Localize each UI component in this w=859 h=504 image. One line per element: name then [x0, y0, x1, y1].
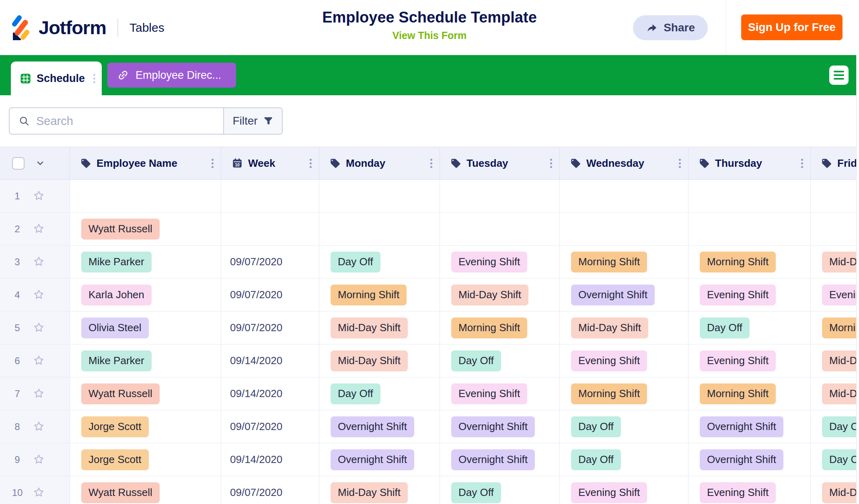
column-header-tuesday[interactable]: Tuesday	[440, 147, 559, 179]
shift-pill[interactable]: Day Off	[451, 350, 501, 371]
employee-pill[interactable]: Wyatt Russell	[81, 383, 160, 404]
table-cell-monday[interactable]: Mid-Day Shift	[319, 344, 440, 377]
table-cell-employee-name[interactable]: Wyatt Russell	[70, 377, 221, 410]
shift-pill[interactable]: Overnight Shift	[571, 285, 655, 305]
table-cell-employee-name[interactable]: Mike Parker	[70, 344, 221, 377]
table-cell-employee-name[interactable]: Wyatt Russell	[70, 476, 221, 504]
shift-pill[interactable]: Overnight Shift	[451, 416, 535, 437]
table-cell-friday[interactable]: Mid-Day Shift	[810, 344, 856, 377]
table-cell-monday[interactable]: Overnight Shift	[319, 443, 440, 476]
column-menu-icon[interactable]	[310, 159, 312, 168]
table-cell-employee-name[interactable]: Jorge Scott	[70, 443, 221, 476]
column-menu-icon[interactable]	[550, 159, 552, 168]
table-cell-week[interactable]: 09/14/2020	[221, 443, 319, 476]
table-cell-friday[interactable]	[810, 213, 856, 245]
table-cell-wednesday[interactable]: Morning Shift	[559, 246, 688, 278]
table-cell-wednesday[interactable]: Day Off	[559, 443, 688, 476]
shift-pill[interactable]: Overnight Shift	[331, 449, 414, 470]
table-cell-week[interactable]: 09/14/2020	[221, 344, 319, 377]
shift-pill[interactable]: Mid-Day Shift	[822, 252, 856, 272]
tab-menu-icon[interactable]	[93, 74, 95, 83]
shift-pill[interactable]: Morning Shift	[331, 285, 407, 305]
star-icon[interactable]	[32, 486, 45, 499]
shift-pill[interactable]: Mid-Day Shift	[331, 318, 408, 338]
table-cell-friday[interactable]: Day Off	[810, 443, 856, 476]
shift-pill[interactable]: Day Off	[451, 482, 501, 503]
star-icon[interactable]	[32, 453, 45, 466]
shift-pill[interactable]: Mid-Day Shift	[822, 350, 856, 371]
table-cell-thursday[interactable]: Evening Shift	[688, 344, 810, 377]
table-cell-week[interactable]: 09/07/2020	[221, 410, 319, 443]
table-cell-thursday[interactable]	[688, 180, 810, 212]
hamburger-menu-button[interactable]	[829, 66, 849, 85]
shift-pill[interactable]: Mid-Day Shift	[571, 318, 648, 338]
shift-pill[interactable]: Overnight Shift	[700, 449, 783, 470]
tab-schedule[interactable]: Schedule	[11, 61, 102, 95]
signup-button[interactable]: Sign Up for Free	[741, 14, 843, 40]
employee-pill[interactable]: Karla Johen	[81, 285, 152, 305]
shift-pill[interactable]: Evening Shift	[700, 482, 776, 503]
table-cell-employee-name[interactable]	[70, 180, 221, 212]
share-button[interactable]: Share	[633, 15, 708, 40]
table-cell-wednesday[interactable]: Evening Shift	[559, 344, 688, 377]
table-cell-thursday[interactable]: Morning Shift	[688, 246, 810, 278]
star-icon[interactable]	[32, 354, 45, 367]
table-cell-week[interactable]: 09/07/2020	[221, 279, 319, 311]
table-cell-tuesday[interactable]: Overnight Shift	[440, 410, 559, 443]
column-header-employee-name[interactable]: Employee Name	[70, 147, 221, 179]
view-this-form-link[interactable]: View This Form	[322, 30, 537, 41]
table-cell-tuesday[interactable]: Day Off	[440, 476, 559, 504]
table-cell-tuesday[interactable]: Morning Shift	[440, 311, 559, 344]
table-cell-friday[interactable]: Mid-Day Shift	[810, 476, 856, 504]
shift-pill[interactable]: Morning Shift	[571, 383, 647, 404]
column-menu-icon[interactable]	[801, 159, 803, 168]
shift-pill[interactable]: Overnight Shift	[451, 449, 535, 470]
shift-pill[interactable]: Morning Shift	[571, 252, 647, 272]
shift-pill[interactable]: Day Off	[571, 449, 621, 470]
table-cell-friday[interactable]: Day Off	[810, 410, 856, 443]
shift-pill[interactable]: Evening Shift	[571, 350, 647, 371]
shift-pill[interactable]: Mid-Day Shift	[822, 482, 856, 503]
table-cell-wednesday[interactable]: Mid-Day Shift	[559, 311, 688, 344]
shift-pill[interactable]: Overnight Shift	[700, 416, 783, 437]
tab-employee-directory[interactable]: Employee Direc...	[107, 63, 236, 88]
table-cell-monday[interactable]: Overnight Shift	[319, 410, 440, 443]
table-cell-monday[interactable]	[319, 180, 440, 212]
shift-pill[interactable]: Day Off	[822, 449, 856, 470]
table-cell-employee-name[interactable]: Jorge Scott	[70, 410, 221, 443]
employee-pill[interactable]: Mike Parker	[81, 350, 152, 371]
table-cell-employee-name[interactable]: Wyatt Russell	[70, 213, 221, 245]
table-cell-friday[interactable]: Evening Shift	[810, 279, 856, 311]
table-cell-thursday[interactable]: Overnight Shift	[688, 410, 810, 443]
employee-pill[interactable]: Olivia Steel	[81, 318, 149, 338]
shift-pill[interactable]: Mid-Day Shift	[331, 350, 408, 371]
shift-pill[interactable]: Mid-Day Shift	[822, 383, 856, 404]
table-cell-wednesday[interactable]: Morning Shift	[559, 377, 688, 410]
employee-pill[interactable]: Jorge Scott	[81, 449, 149, 470]
table-cell-friday[interactable]	[810, 180, 856, 212]
column-menu-icon[interactable]	[430, 159, 432, 168]
column-header-thursday[interactable]: Thursday	[688, 147, 810, 179]
column-menu-icon[interactable]	[679, 159, 681, 168]
table-cell-monday[interactable]: Day Off	[319, 377, 440, 410]
filter-button[interactable]: Filter	[223, 108, 282, 134]
shift-pill[interactable]: Evening Shift	[571, 482, 647, 503]
table-cell-tuesday[interactable]: Mid-Day Shift	[440, 279, 559, 311]
table-cell-monday[interactable]: Day Off	[319, 246, 440, 278]
star-icon[interactable]	[32, 288, 45, 301]
table-cell-monday[interactable]: Mid-Day Shift	[319, 476, 440, 504]
table-cell-wednesday[interactable]	[559, 180, 688, 212]
column-header-wednesday[interactable]: Wednesday	[559, 147, 688, 179]
column-menu-icon[interactable]	[212, 159, 214, 168]
shift-pill[interactable]: Day Off	[822, 416, 856, 437]
star-icon[interactable]	[32, 189, 45, 203]
shift-pill[interactable]: Day Off	[571, 416, 621, 437]
shift-pill[interactable]: Morning Shift	[822, 318, 856, 338]
shift-pill[interactable]: Evening Shift	[700, 350, 776, 371]
table-cell-thursday[interactable]: Evening Shift	[688, 279, 810, 311]
table-cell-employee-name[interactable]: Karla Johen	[70, 279, 221, 311]
shift-pill[interactable]: Morning Shift	[451, 318, 527, 338]
table-cell-week[interactable]	[221, 180, 319, 212]
table-cell-tuesday[interactable]: Evening Shift	[440, 377, 559, 410]
column-header-monday[interactable]: Monday	[319, 147, 440, 179]
